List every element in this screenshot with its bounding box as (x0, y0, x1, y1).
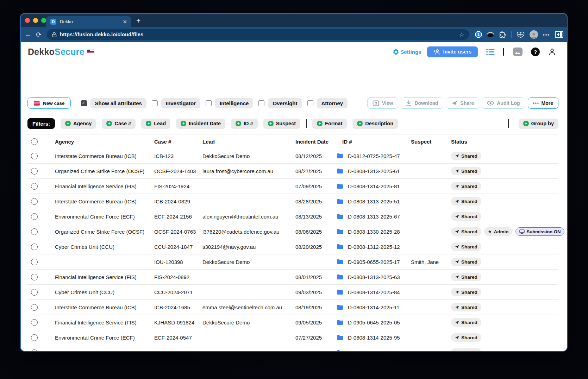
folder-icon[interactable] (337, 214, 343, 219)
tab-close-icon[interactable]: ✕ (123, 19, 127, 25)
checkbox[interactable] (152, 100, 158, 106)
row-select-radio[interactable] (31, 228, 38, 235)
reload-button[interactable]: ⟳ (33, 31, 44, 39)
group-by-chip[interactable]: +Group by (519, 119, 558, 129)
bookmark-star-icon[interactable]: ☆ (459, 31, 464, 38)
attribute-toggle[interactable]: Intelligence (206, 98, 254, 108)
folder-icon[interactable] (337, 350, 343, 351)
filter-chip[interactable]: +Lead (141, 119, 170, 129)
password-extension-icon[interactable]: 1 (475, 31, 482, 38)
attribute-toggle[interactable]: Oversight (258, 98, 302, 108)
view-button[interactable]: View (367, 97, 399, 109)
checkbox[interactable] (307, 100, 313, 106)
row-select-radio[interactable] (31, 334, 38, 341)
table-row[interactable]: Financial Intelligence Service (FIS) KJH… (27, 315, 558, 330)
filter-chip[interactable]: +Description (352, 119, 398, 129)
invite-users-button[interactable]: Invite users (427, 46, 478, 57)
minimize-window-button[interactable] (33, 18, 38, 23)
table-row[interactable]: Interstate Commerce Bureau (ICB) ICB-202… (27, 194, 558, 209)
folder-icon[interactable] (337, 304, 343, 310)
status-badge: Shared (451, 152, 481, 160)
us-flag-icon[interactable] (87, 50, 94, 54)
cell-agency: Financial Intelligence Service (FIS) (55, 315, 137, 330)
filter-chip[interactable]: +Incident Date (176, 119, 225, 129)
filter-chip[interactable]: +Agency (61, 119, 96, 129)
row-select-radio[interactable] (31, 319, 38, 326)
table-row[interactable]: Cyber Crimes Unit (CCU) CCU-2024-2071 09… (27, 284, 558, 299)
row-select-radio[interactable] (31, 289, 38, 296)
folder-icon[interactable] (337, 320, 343, 325)
folder-icon[interactable] (337, 153, 343, 159)
row-select-radio[interactable] (31, 304, 38, 311)
table-row[interactable]: Financial Intelligence Service (FIS) FIS… (27, 269, 558, 284)
folder-icon[interactable] (337, 244, 343, 249)
zoom-window-button[interactable] (41, 18, 46, 23)
row-select-radio[interactable] (31, 259, 38, 265)
folder-icon[interactable] (337, 168, 343, 174)
folder-icon[interactable] (337, 335, 343, 340)
filter-chip[interactable]: +Format (312, 119, 347, 129)
folder-icon[interactable] (337, 274, 343, 280)
table-row[interactable]: IOU-120398 DekkoSecure Demo D-0905-0655-… (27, 254, 558, 269)
gallery-view-icon[interactable] (513, 48, 523, 56)
more-button[interactable]: More (528, 97, 558, 109)
folder-icon[interactable] (337, 289, 343, 295)
attribute-toggle[interactable]: Show all attributes (81, 98, 146, 108)
checkbox[interactable] (258, 100, 264, 106)
table-row[interactable]: Financial Intelligence Service (FIS) FIS… (27, 178, 558, 194)
cell-id: D-0808-1313-2025-61 (337, 164, 400, 178)
checkbox[interactable] (81, 100, 87, 106)
settings-button[interactable]: Settings (393, 49, 421, 55)
table-row[interactable]: Environmental Crime Force (ECF) ECF-2024… (27, 330, 558, 345)
browser-menu-icon[interactable]: ••• (543, 32, 550, 37)
back-button[interactable]: ← (23, 31, 33, 38)
close-window-button[interactable] (25, 18, 30, 23)
health-extension-icon[interactable] (517, 31, 525, 38)
filter-chip[interactable]: +Case # (102, 119, 136, 129)
extensions-puzzle-icon[interactable] (499, 31, 506, 38)
folder-icon[interactable] (337, 229, 343, 234)
side-panel-icon[interactable] (555, 31, 563, 38)
share-button[interactable]: Share (446, 97, 479, 109)
row-select-radio[interactable] (31, 244, 38, 250)
filter-chip[interactable]: +Suspect (263, 119, 300, 129)
row-select-radio[interactable] (31, 349, 38, 351)
table-row[interactable]: Environmental Crime Force (ECF) ECF-2024… (27, 209, 558, 224)
new-tab-button[interactable]: + (136, 17, 140, 25)
folder-icon[interactable] (337, 198, 343, 204)
row-select-radio[interactable] (31, 198, 38, 205)
table-row[interactable]: Cyber Crimes Unit (CCU) OPD-123456 alex.… (27, 345, 558, 351)
row-select-radio[interactable] (31, 183, 38, 190)
help-button[interactable]: ? (531, 48, 540, 56)
attribute-toggle[interactable]: Attorney (307, 98, 348, 108)
browser-tab[interactable]: D Dekko ✕ (46, 16, 131, 27)
table-row[interactable]: Organized Crime Strike Force (OCSF) OCSF… (27, 224, 558, 239)
new-case-button[interactable]: New case (27, 97, 71, 109)
download-button[interactable]: Download (401, 97, 443, 109)
cell-case-number: FIS-2024-1924 (154, 179, 189, 194)
table-row[interactable]: Cyber Crimes Unit (CCU) CCU-2024-1847 s3… (27, 239, 558, 254)
folder-icon[interactable] (337, 183, 343, 189)
attribute-toggle[interactable]: Investigator (152, 98, 200, 108)
row-select-radio[interactable] (31, 213, 38, 220)
column-incident-date: Incident Date (295, 134, 329, 149)
account-icon[interactable] (548, 48, 556, 56)
select-all-radio[interactable] (31, 138, 38, 145)
table-row[interactable]: Organized Crime Strike Force (OCSF) OCSF… (27, 163, 558, 178)
extension-icon[interactable] (487, 32, 494, 37)
row-select-radio[interactable] (31, 274, 38, 280)
audit-log-button[interactable]: Audit Log (482, 97, 525, 109)
table-row[interactable]: Interstate Commerce Bureau (ICB) ICB-123… (27, 149, 558, 163)
row-select-radio[interactable] (31, 168, 38, 175)
browser-profile-avatar[interactable] (530, 30, 538, 39)
address-bar[interactable]: https://fusion.dekko.io/cloud/files ☆ (47, 29, 469, 40)
status-badge: Shared (451, 212, 481, 221)
table-row[interactable]: Interstate Commerce Bureau (ICB) ICB-202… (27, 299, 558, 315)
list-view-icon[interactable] (486, 49, 495, 55)
header-divider (503, 48, 504, 56)
row-select-radio[interactable] (31, 153, 38, 159)
checkbox[interactable] (206, 100, 212, 106)
folder-icon[interactable] (337, 259, 343, 265)
filter-chip[interactable]: +ID # (231, 119, 258, 129)
toggle-label: Intelligence (215, 98, 254, 108)
